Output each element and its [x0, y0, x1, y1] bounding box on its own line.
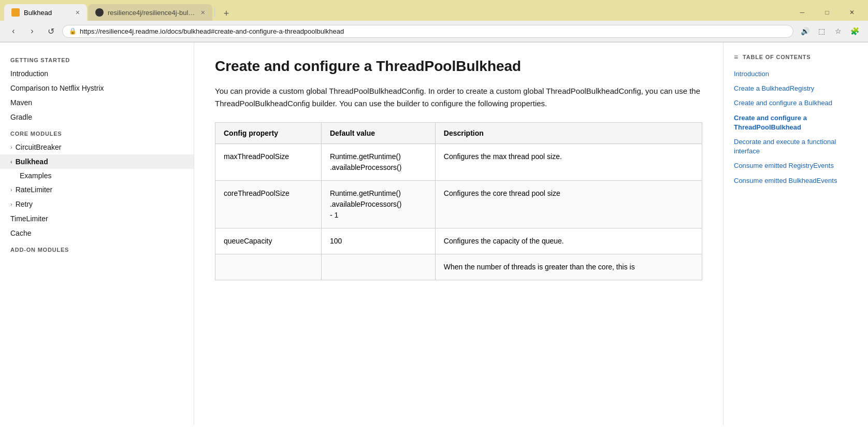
sidebar-item-circuitbreaker[interactable]: › CircuitBreaker	[0, 140, 194, 154]
maximize-button[interactable]: □	[815, 4, 839, 21]
sidebar-item-timelimiter[interactable]: TimeLimiter	[0, 211, 194, 226]
chevron-down-icon: ‹	[10, 159, 12, 165]
cell-desc-2: Configures the core thread pool size	[435, 181, 702, 228]
tab-bulkhead-title: Bulkhead	[24, 9, 71, 17]
table-row: coreThreadPoolSize Runtime.getRuntime().…	[215, 181, 702, 228]
sidebar-item-ratelimiter[interactable]: › RateLimiter	[0, 182, 194, 197]
sidebar-item-cache[interactable]: Cache	[0, 226, 194, 240]
section-title-core-modules: CORE MODULES	[0, 124, 194, 140]
page-layout: GETTING STARTED Introduction Comparison …	[0, 42, 868, 425]
left-sidebar: GETTING STARTED Introduction Comparison …	[0, 42, 194, 425]
star-icon: ☆	[835, 27, 842, 35]
toc-header: ≡ TABLE OF CONTENTS	[734, 53, 858, 61]
section-addon-modules: ADD-ON MODULES	[0, 240, 194, 256]
right-sidebar: ≡ TABLE OF CONTENTS Introduction Create …	[723, 42, 868, 425]
nav-actions: 🔊 ⬚ ☆ 🧩	[798, 24, 862, 38]
reload-button[interactable]: ↺	[44, 24, 58, 38]
sidebar-item-introduction[interactable]: Introduction	[0, 66, 194, 81]
sidebar-item-retry[interactable]: › Retry	[0, 197, 194, 211]
toc-icon: ≡	[734, 53, 739, 61]
tab-github-close[interactable]: ×	[201, 8, 205, 17]
browser-chrome: Bulkhead × resilience4j/resilience4j-bul…	[0, 0, 868, 42]
nav-bar: ‹ › ↺ 🔒 https://resilience4j.readme.io/d…	[0, 21, 868, 42]
tab-bar: Bulkhead × resilience4j/resilience4j-bul…	[0, 0, 868, 21]
toc-item-configure-threadpool[interactable]: Create and configure a ThreadPoolBulkhea…	[734, 113, 858, 132]
address-text: https://resilience4j.readme.io/docs/bulk…	[80, 27, 787, 35]
section-title-addon-modules: ADD-ON MODULES	[0, 240, 194, 256]
table-row: maxThreadPoolSize Runtime.getRuntime().a…	[215, 144, 702, 181]
minimize-button[interactable]: ─	[790, 4, 814, 21]
toc-item-bulkhead-events[interactable]: Consume emitted BulkheadEvents	[734, 176, 858, 185]
config-table: Config property Default value Descriptio…	[215, 122, 702, 280]
cell-property-1: maxThreadPoolSize	[215, 144, 322, 181]
toc-header-label: TABLE OF CONTENTS	[743, 54, 811, 60]
cell-property-4	[215, 254, 322, 280]
immersive-icon: ⬚	[818, 27, 825, 35]
sidebar-item-netflix-hystrix[interactable]: Comparison to Netflix Hystrix	[0, 81, 194, 95]
toc-item-introduction[interactable]: Introduction	[734, 69, 858, 79]
close-button[interactable]: ✕	[840, 4, 864, 21]
cell-property-2: coreThreadPoolSize	[215, 181, 322, 228]
github-favicon	[95, 8, 104, 17]
extensions-button[interactable]: 🧩	[847, 24, 862, 38]
cell-default-4	[321, 254, 435, 280]
toc-item-decorate-execute[interactable]: Decorate and execute a functional interf…	[734, 137, 858, 156]
cell-default-1: Runtime.getRuntime().availableProcessors…	[321, 144, 435, 181]
col-header-property: Config property	[215, 123, 322, 144]
page-title: Create and configure a ThreadPoolBulkhea…	[215, 58, 702, 75]
sidebar-item-examples[interactable]: Examples	[0, 169, 194, 182]
main-content: Create and configure a ThreadPoolBulkhea…	[194, 42, 723, 425]
forward-button[interactable]: ›	[25, 24, 39, 38]
tab-github[interactable]: resilience4j/resilience4j-bulkhea ×	[88, 4, 212, 21]
tab-separator	[214, 7, 215, 18]
back-button[interactable]: ‹	[6, 24, 21, 38]
lock-icon: 🔒	[69, 27, 77, 35]
cell-desc-4: When the number of threads is greater th…	[435, 254, 702, 280]
sidebar-item-gradle[interactable]: Gradle	[0, 110, 194, 124]
read-aloud-icon: 🔊	[801, 27, 809, 35]
chevron-right-retry-icon: ›	[10, 201, 12, 207]
sidebar-item-maven[interactable]: Maven	[0, 95, 194, 110]
table-header-row: Config property Default value Descriptio…	[215, 123, 702, 144]
toc-item-registry-events[interactable]: Consume emitted RegistryEvents	[734, 161, 858, 170]
col-header-default: Default value	[321, 123, 435, 144]
table-row: When the number of threads is greater th…	[215, 254, 702, 280]
chevron-right-ratelimiter-icon: ›	[10, 187, 12, 193]
cell-desc-3: Configures the capacity of the queue.	[435, 228, 702, 254]
address-bar[interactable]: 🔒 https://resilience4j.readme.io/docs/bu…	[62, 25, 793, 38]
section-title-getting-started: GETTING STARTED	[0, 51, 194, 66]
section-core-modules: CORE MODULES › CircuitBreaker ‹ Bulkhead…	[0, 124, 194, 240]
favorites-button[interactable]: ☆	[831, 24, 845, 38]
cell-default-2: Runtime.getRuntime().availableProcessors…	[321, 181, 435, 228]
table-row: queueCapacity 100 Configures the capacit…	[215, 228, 702, 254]
col-header-description: Description	[435, 123, 702, 144]
extensions-icon: 🧩	[850, 27, 859, 35]
read-aloud-button[interactable]: 🔊	[798, 24, 812, 38]
bulkhead-favicon	[11, 8, 20, 17]
tab-github-title: resilience4j/resilience4j-bulkhea	[108, 9, 197, 17]
sidebar-item-bulkhead[interactable]: ‹ Bulkhead	[0, 154, 194, 169]
toc-item-bulkheadregistry[interactable]: Create a BulkheadRegistry	[734, 84, 858, 93]
new-tab-button[interactable]: +	[219, 6, 234, 21]
cell-property-3: queueCapacity	[215, 228, 322, 254]
immersive-reader-button[interactable]: ⬚	[814, 24, 829, 38]
intro-paragraph: You can provide a custom global ThreadPo…	[215, 85, 702, 110]
tab-bulkhead[interactable]: Bulkhead ×	[4, 4, 87, 21]
section-getting-started: GETTING STARTED Introduction Comparison …	[0, 51, 194, 124]
cell-desc-1: Configures the max thread pool size.	[435, 144, 702, 181]
chevron-right-icon: ›	[10, 144, 12, 150]
tab-bulkhead-close[interactable]: ×	[76, 8, 80, 17]
toc-item-configure-bulkhead[interactable]: Create and configure a Bulkhead	[734, 98, 858, 108]
cell-default-3: 100	[321, 228, 435, 254]
